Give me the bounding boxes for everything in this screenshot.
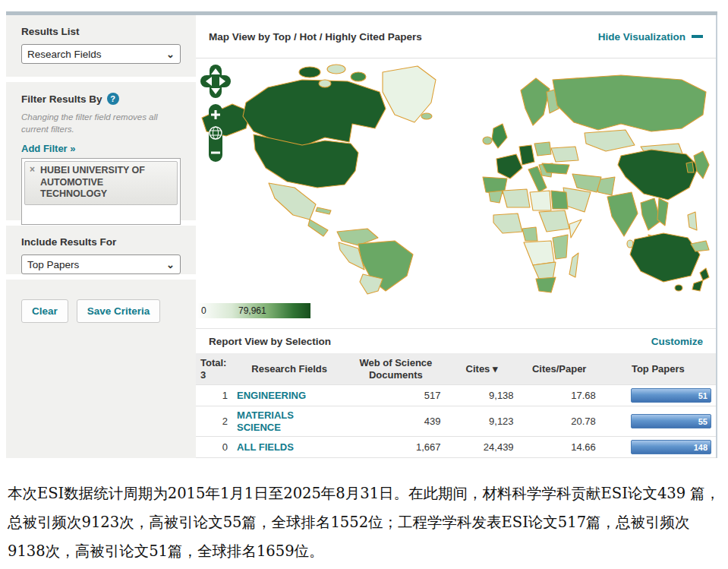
map-legend: 0 79,961 [198,303,310,318]
map-controls [200,65,231,165]
actions-section: Clear Save Criteria [6,280,196,458]
map-view-title: Map View by Top / Hot / Highly Cited Pap… [209,31,422,43]
docs-cell: 517 [346,385,445,406]
zoom-control [209,104,222,162]
header-total: Total: 3 [196,353,232,385]
table-row: 0 ALL FIELDS 1,667 24,439 14.66 148 [196,437,716,458]
include-results-section: Include Results For Top Papers ⌄ [6,226,196,274]
main-panel: Results List Research Fields ⌄ Filter Re… [6,15,717,458]
esi-app-window: Results List Research Fields ⌄ Filter Re… [6,11,717,458]
cites-per-paper-cell: 14.66 [518,437,600,458]
world-map-area[interactable] [196,58,716,300]
results-list-selected-value: Research Fields [27,49,102,60]
rank-cell: 0 [196,437,232,458]
save-criteria-button[interactable]: Save Criteria [77,299,161,323]
header-cites[interactable]: Cites ▾ [445,353,518,385]
hide-visualization-label: Hide Visualization [598,31,685,43]
cites-cell: 24,439 [445,437,518,458]
customize-link[interactable]: Customize [651,336,703,347]
include-results-select[interactable]: Top Papers ⌄ [21,254,181,274]
field-link[interactable]: ENGINEERING [237,390,306,402]
rank-cell: 1 [196,385,232,406]
header-cites-per-paper: Cites/Paper [518,353,600,385]
include-results-label: Include Results For [21,236,181,248]
table-row: 1 ENGINEERING 517 9,138 17.68 51 [196,385,716,406]
sort-desc-icon: ▾ [493,363,498,375]
legend-max: 79,961 [238,305,266,316]
header-wos-documents: Web of Science Documents [346,353,445,385]
results-list-label: Results List [21,26,181,37]
help-icon[interactable]: ? [107,93,119,105]
results-list-section: Results List Research Fields ⌄ [6,15,196,77]
world-map[interactable] [196,58,715,300]
cites-per-paper-cell: 20.78 [518,406,600,437]
filter-chip: × HUBEI UNIVERSITY OF AUTOMOTIVE TECHNOL… [24,161,178,205]
cites-per-paper-cell: 17.68 [518,385,600,406]
report-table: Total: 3 Research Fields Web of Science … [196,353,716,458]
filter-section: Filter Results By ? Changing the filter … [6,82,196,220]
sidebar: Results List Research Fields ⌄ Filter Re… [6,15,196,458]
include-results-selected-value: Top Papers [27,259,79,270]
filter-note: Changing the filter field removes all cu… [21,112,181,135]
remove-filter-icon[interactable]: × [30,164,35,175]
hide-visualization-link[interactable]: Hide Visualization [598,31,703,43]
chevron-down-icon: ⌄ [166,259,175,270]
collapse-icon [692,35,703,38]
filter-results-by-label: Filter Results By [21,93,102,105]
rank-cell: 2 [196,406,232,437]
table-row: 2 MATERIALS SCIENCE 439 9,123 20.78 55 [196,406,716,437]
docs-cell: 1,667 [346,437,445,458]
report-view-title: Report View by Selection [209,336,331,347]
bar-value: 51 [698,391,708,400]
legend-min: 0 [201,305,206,316]
filter-chip-label: HUBEI UNIVERSITY OF AUTOMOTIVE TECHNOLOG… [40,165,145,199]
field-link[interactable]: ALL FIELDS [237,441,294,454]
top-papers-bar: 148 [631,440,711,454]
header-top-papers: Top Papers [600,353,716,385]
clear-button[interactable]: Clear [21,299,68,323]
map-view-header: Map View by Top / Hot / Highly Cited Pap… [196,15,716,58]
bar-value: 148 [694,443,708,452]
results-list-select[interactable]: Research Fields ⌄ [21,44,181,64]
pan-control [200,65,231,98]
bar-value: 55 [698,417,708,426]
top-papers-bar: 55 [631,414,711,428]
cites-cell: 9,123 [445,406,518,437]
visualization-panel: Map View by Top / Hot / Highly Cited Pap… [196,15,716,458]
cites-cell: 9,138 [445,385,518,406]
active-filters-list: × HUBEI UNIVERSITY OF AUTOMOTIVE TECHNOL… [21,158,181,225]
esi-summary-paragraph: 本次ESI数据统计周期为2015年1月1日至2025年8月31日。在此期间，材料… [8,479,723,566]
chevron-down-icon: ⌄ [166,49,175,60]
table-header-row: Total: 3 Research Fields Web of Science … [196,353,716,385]
report-view-header: Report View by Selection Customize [196,328,716,353]
docs-cell: 439 [346,406,445,437]
add-filter-link[interactable]: Add Filter » [21,143,76,154]
field-link[interactable]: MATERIALS SCIENCE [237,409,322,433]
top-papers-bar: 51 [631,388,711,403]
header-research-fields: Research Fields [232,353,346,385]
